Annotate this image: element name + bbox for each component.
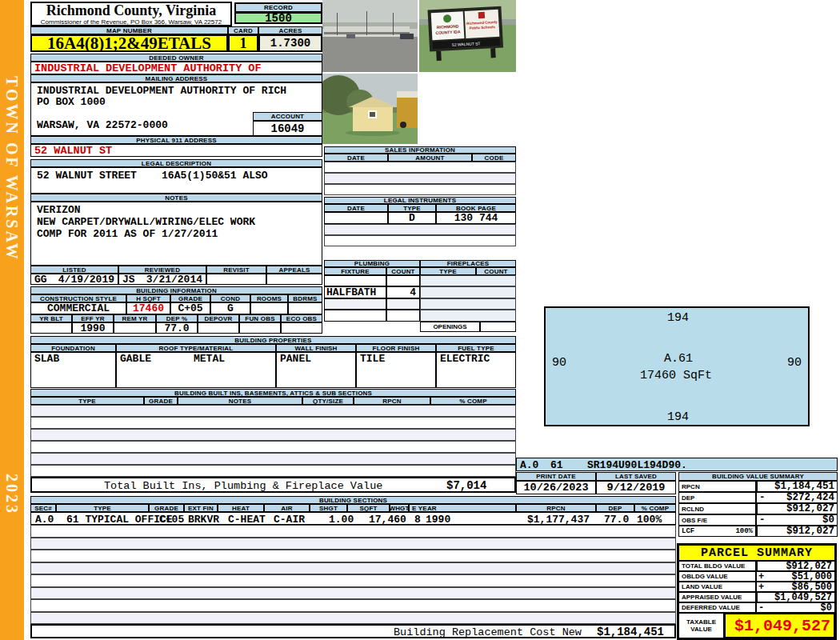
empty-row — [30, 417, 516, 429]
photo-yellow-shed[interactable] — [322, 74, 418, 144]
mailing-line2: PO BOX 1000 — [34, 96, 194, 107]
photo-ida-sign-image: RICHMOND COUNTY IDA Richmond County Publ… — [419, 0, 516, 72]
depovr-header: DEPOVR — [198, 314, 239, 322]
hsqft-value: 17460 — [126, 302, 170, 314]
fuel-type-value: ELECTRIC — [436, 352, 516, 388]
physical-address-value: 52 WALNUT ST — [30, 144, 322, 157]
floor-finish-value: TILE — [356, 352, 436, 388]
building-value-summary-header: BUILDING VALUE SUMMARY — [678, 472, 838, 481]
sketch-dim-right: 90 — [787, 356, 802, 370]
roof-value: GABLE METAL — [116, 352, 276, 388]
cond-value: G — [210, 302, 250, 314]
empty-row — [30, 441, 516, 453]
bs-comp: 100% — [637, 514, 662, 526]
roof-header: ROOF TYPE/MATERIAL — [116, 344, 276, 352]
listed-date: 4/19/2019 — [58, 274, 114, 285]
ps-amount: $1,049,527 — [774, 592, 832, 602]
empty-row — [30, 550, 676, 562]
bs-dep: 77.0 — [604, 514, 629, 526]
card-header: CARD — [228, 26, 258, 34]
fireplace-type-header: TYPE — [420, 267, 476, 275]
bs-sec: A.0 — [35, 514, 54, 526]
ps-amount: $51,000 — [792, 571, 832, 582]
bs-air-header: AIR — [264, 504, 310, 512]
remyr-header: REM YR — [114, 314, 156, 322]
bs-shgt-header: SHGT — [310, 504, 347, 512]
remyr-value — [114, 322, 156, 334]
bs-heat-header: HEAT — [218, 504, 264, 512]
built-ins-qty-header: QTY/SIZE — [302, 397, 354, 405]
sketch-sqft: 17460 SqFt — [640, 369, 712, 382]
listed-value: GG4/19/2019 — [30, 274, 118, 285]
deeded-owner-header: DEEDED OWNER — [30, 54, 322, 62]
empty-row — [30, 429, 516, 441]
photo-parking-lot[interactable] — [322, 0, 418, 72]
sidebar-year-label: 2023 — [2, 474, 21, 515]
li-type-value: D — [388, 212, 436, 224]
notes-line2: NEW CARPET/DRYWALL/WIRING/ELEC WORK — [34, 216, 318, 227]
sketch-dim-top: 194 — [667, 311, 689, 325]
bvs-lcf-text: LCF — [682, 527, 694, 535]
bvs-op: - — [759, 492, 766, 503]
grade-value: C+05 — [170, 302, 210, 314]
notes-header: NOTES — [30, 194, 322, 202]
built-ins-type-header: TYPE — [30, 397, 144, 405]
ps-obldg-value: + $51,000 — [756, 571, 835, 582]
fixture-cell — [324, 310, 386, 322]
parcel-summary-header: PARCEL SUMMARY — [678, 545, 835, 561]
photo-ida-sign[interactable]: RICHMOND COUNTY IDA Richmond County Publ… — [419, 0, 516, 72]
bs-eyear: 1990 — [426, 514, 450, 526]
trace-code: SR194U90L194D90. — [587, 459, 687, 471]
bvs-amount: $1,184,451 — [774, 481, 834, 492]
empty-row — [30, 562, 676, 574]
construction-style-header: CONSTRUCTION STYLE — [30, 294, 126, 302]
ps-deferred-label: DEFERRED VALUE — [678, 602, 756, 613]
fixture-header: FIXTURE — [324, 267, 386, 275]
cond-header: COND — [210, 294, 250, 302]
rooms-value — [250, 302, 288, 314]
ecoobs-value — [281, 322, 322, 334]
notes-line3: COMP FOR 2011 AS OF 1/27/2011 — [34, 228, 318, 239]
li-date-header: DATE — [324, 204, 388, 212]
empty-row — [324, 173, 516, 184]
li-date-value — [324, 212, 388, 224]
li-type-header: TYPE — [388, 204, 436, 212]
bs-comp-header: % COMP — [634, 504, 676, 512]
replacement-cost-value: $1,184,451 — [597, 626, 664, 638]
grade-header: GRADE — [170, 294, 210, 302]
empty-row — [30, 453, 516, 465]
bvs-obs-value: - $0 — [756, 514, 838, 526]
yrblt-value — [30, 322, 72, 334]
mailing-city-line: WARSAW, VA 22572-0000 — [34, 119, 218, 130]
acres-value: 1.7300 — [258, 34, 322, 52]
bs-extfin: BRKVR — [188, 514, 219, 526]
revisit-value — [206, 274, 266, 285]
building-section-row: A.0 61 TYPICAL OFFICE C+05 BRKVR C-HEAT … — [30, 512, 676, 525]
commissioner-line: Commissioner of the Revenue, PO Box 366,… — [32, 18, 230, 26]
bs-whgt: 8 — [414, 514, 421, 526]
construction-style-value: COMMERCIAL — [30, 302, 126, 314]
fixture-count-cell — [386, 298, 420, 310]
bs-sec-header: SEC# — [30, 504, 56, 512]
county-header-box: Richmond County, Virginia Commissioner o… — [30, 2, 232, 26]
bs-eyear-header: E YEAR — [409, 504, 516, 512]
bs-rpcn: $1,177,437 — [527, 514, 590, 526]
trace-sec: A.0 — [520, 459, 538, 471]
fixture-count-cell — [386, 275, 420, 286]
floor-finish-header: FLOOR FINISH — [356, 344, 436, 352]
sales-date-header: DATE — [324, 154, 388, 162]
fireplace-row — [420, 286, 516, 298]
bvs-obs-label: OBS F/E — [678, 514, 756, 526]
rooms-header: ROOMS — [250, 294, 288, 302]
funobs-value — [239, 322, 281, 334]
sketch-section-id: A.61 — [664, 352, 693, 366]
map-number-header: MAP NUMBER — [30, 26, 228, 34]
sketch-trace-bar: A.0 61 SR194U90L194D90. — [516, 458, 838, 471]
deeded-owner-value: INDUSTRIAL DEVELOPMENT AUTHORITY OF — [30, 62, 322, 74]
ps-deferred-value: - $0 — [756, 602, 835, 613]
built-ins-total-row: Total Built Ins, Plumbing & Fireplace Va… — [30, 477, 516, 493]
ps-appraised-value: $1,049,527 — [756, 592, 835, 602]
bvs-op: - — [759, 514, 766, 526]
replacement-cost-label: Building Replacement Cost New — [394, 626, 582, 638]
foundation-value: SLAB — [30, 352, 116, 388]
